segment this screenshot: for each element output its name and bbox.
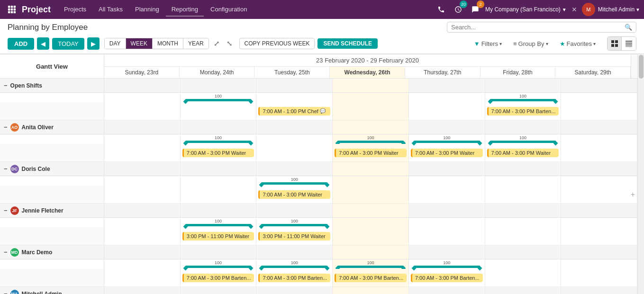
view-day[interactable]: DAY	[105, 38, 126, 49]
svg-rect-11	[611, 44, 614, 47]
nav-configuration[interactable]: Configuration	[205, 3, 253, 17]
event-cell-0-6	[561, 102, 637, 120]
group-cell-0-5	[485, 79, 562, 92]
collapse-icon-1[interactable]: −	[4, 124, 8, 131]
group-cell-5-6	[561, 287, 637, 294]
view-year[interactable]: YEAR	[183, 38, 209, 49]
group-by-icon: ≡	[513, 40, 517, 47]
collapse-icon-5[interactable]: −	[4, 290, 8, 294]
prog-cell-2-3	[333, 176, 409, 186]
prev-button[interactable]: ◀	[37, 37, 49, 50]
collapse-icon-2[interactable]: −	[4, 165, 8, 172]
shrink-icon[interactable]: ⤡	[225, 38, 235, 49]
prog-cell-0-0	[104, 93, 181, 102]
chat-icon-btn[interactable]: 2	[468, 2, 482, 17]
collapse-icon-3[interactable]: −	[4, 207, 8, 214]
nav-reporting[interactable]: Reporting	[166, 3, 204, 17]
next-button[interactable]: ▶	[87, 37, 100, 50]
event-cell-3-6	[561, 227, 637, 245]
group-cell-0-4	[409, 79, 485, 92]
search-icon[interactable]: 🔍	[625, 24, 632, 31]
schedule-bar-4-3[interactable]: 7:00 AM - 3:00 PM Barten...	[335, 274, 407, 282]
schedule-bar-1-3[interactable]: 7:00 AM - 3:00 PM Waiter	[335, 149, 407, 157]
expand-icon[interactable]: ⤢	[212, 38, 222, 49]
apps-grid-icon[interactable]	[4, 1, 20, 18]
group-cell-0-1	[181, 79, 257, 92]
company-selector[interactable]: My Company (San Francisco) ▼	[485, 6, 567, 13]
clock-icon-btn[interactable]: 20	[451, 2, 465, 17]
group-cell-5-0	[104, 287, 181, 294]
nav-all-tasks[interactable]: All Tasks	[93, 3, 128, 17]
prog-cell-3-3	[333, 218, 409, 227]
svg-rect-13	[626, 41, 632, 42]
group-cell-4-1	[181, 245, 257, 259]
add-button[interactable]: ADD	[8, 38, 34, 50]
schedule-bar-1-4[interactable]: 7:00 AM - 3:00 PM Waiter	[411, 149, 483, 157]
prog-cell-4-4: 100	[409, 259, 485, 269]
send-schedule[interactable]: SEND SCHEDULE	[317, 38, 378, 49]
nav-planning[interactable]: Planning	[129, 3, 165, 17]
group-label-4[interactable]: −MDMarc Demo	[0, 245, 104, 259]
svg-rect-7	[11, 11, 13, 14]
group-label-3[interactable]: −JFJennie Fletcher	[0, 204, 104, 217]
user-name[interactable]: Mitchell Admin ▼	[598, 6, 640, 13]
nav-projects[interactable]: Projects	[58, 3, 92, 17]
prog-cell-2-0	[104, 176, 181, 186]
view-week[interactable]: WEEK	[126, 38, 153, 49]
prog-cell-4-5	[485, 259, 562, 269]
user-avatar[interactable]: M	[582, 3, 595, 16]
search-input[interactable]	[451, 24, 625, 31]
progress-row-2: 100	[0, 176, 637, 186]
schedule-bar-1-1[interactable]: 7:00 AM - 3:00 PM Waiter	[182, 149, 254, 157]
group-label-1[interactable]: −AOAnita Oliver	[0, 120, 104, 134]
svg-rect-16	[626, 46, 632, 47]
list-view-btn[interactable]	[622, 37, 636, 50]
prog-cell-3-4	[409, 218, 485, 227]
schedule-bar-3-1[interactable]: 3:00 PM - 11:00 PM Waiter	[182, 232, 254, 241]
filters-btn[interactable]: ▼ Filters ▾	[470, 39, 506, 49]
collapse-icon-4[interactable]: −	[4, 249, 8, 256]
prog-cell-1-4: 100	[409, 134, 485, 144]
view-month[interactable]: MONTH	[153, 38, 183, 49]
event-cell-4-2: 7:00 AM - 3:00 PM Barten...	[256, 269, 333, 286]
copy-prev-week[interactable]: COPY PREVIOUS WEEK	[239, 38, 315, 49]
prog-cell-4-0	[104, 259, 181, 269]
progress-row-3: 100100	[0, 218, 637, 227]
event-cell-0-5: 7:00 AM - 3:00 PM Barten...	[485, 102, 562, 120]
event-cell-0-1	[181, 102, 257, 120]
schedule-bar-4-2[interactable]: 7:00 AM - 3:00 PM Barten...	[258, 274, 330, 282]
prog-cell-1-5: 100	[485, 134, 562, 144]
event-cell-1-3: 7:00 AM - 3:00 PM Waiter	[333, 144, 409, 161]
group-row-2: −DCDoris Cole	[0, 162, 637, 176]
group-row-4: −MDMarc Demo	[0, 245, 637, 259]
schedule-bar-4-1[interactable]: 7:00 AM - 3:00 PM Barten...	[182, 274, 254, 282]
day-header-2: Tuesday, 25th	[254, 67, 330, 78]
group-label-2[interactable]: −DCDoris Cole	[0, 162, 104, 176]
favorites-btn[interactable]: ★ Favorites ▾	[556, 39, 599, 49]
schedule-bar-3-2[interactable]: 3:00 PM - 11:00 PM Waiter	[258, 232, 330, 241]
prog-cell-1-1: 100	[181, 134, 257, 144]
group-label-0[interactable]: −Open Shifts	[0, 79, 104, 92]
svg-rect-8	[14, 11, 16, 14]
collapse-icon-0[interactable]: −	[4, 82, 8, 89]
schedule-bar-2-2[interactable]: 7:00 AM - 3:00 PM Waiter	[258, 190, 330, 199]
schedule-bar-0-2[interactable]: 7:00 AM - 1:00 PM Chef💬	[258, 107, 330, 116]
page-title: Planning by Employee	[8, 23, 88, 32]
schedule-bar-4-4[interactable]: 7:00 AM - 3:00 PM Barten...	[411, 274, 483, 282]
prog-cell-0-6	[561, 93, 637, 102]
group-label-5[interactable]: −MAMitchell Admin	[0, 287, 104, 294]
group-cell-5-3	[333, 287, 409, 294]
phone-icon-btn[interactable]	[434, 2, 448, 17]
schedule-bar-1-5[interactable]: 7:00 AM - 3:00 PM Waiter	[487, 149, 559, 157]
event-cell-1-6	[561, 144, 637, 161]
group-name-5: Mitchell Admin	[22, 291, 62, 294]
add-shift-btn-2[interactable]: +	[631, 190, 635, 199]
group-by-btn[interactable]: ≡ Group By ▾	[509, 39, 552, 49]
schedule-bar-0-5[interactable]: 7:00 AM - 3:00 PM Barten...	[487, 107, 559, 116]
group-cell-5-2	[256, 287, 333, 294]
grid-view-btn[interactable]	[608, 37, 622, 50]
close-btn[interactable]: ✕	[570, 6, 579, 13]
event-cell-2-3	[333, 186, 409, 203]
today-button[interactable]: TODAY	[52, 38, 84, 50]
event-cell-3-4	[409, 227, 485, 245]
